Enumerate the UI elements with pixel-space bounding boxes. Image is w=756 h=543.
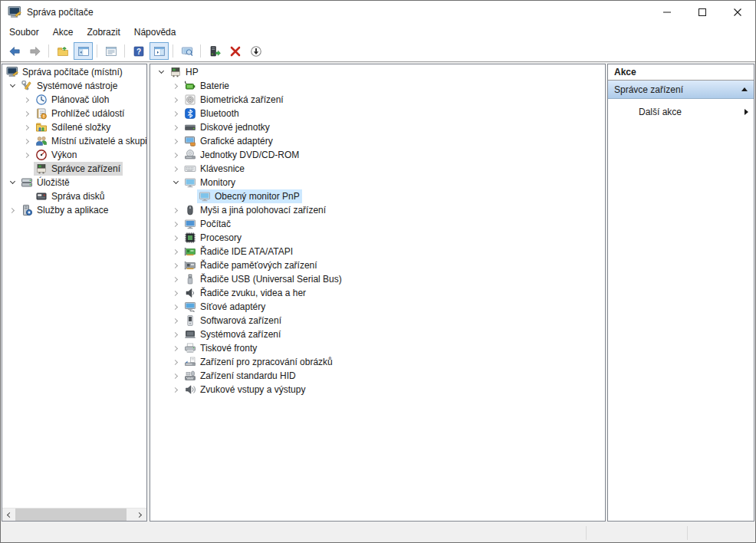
device-tree-item[interactable]: Bluetooth	[150, 107, 605, 120]
device-tree-item[interactable]: Zvukové vstupy a výstupy	[150, 383, 605, 397]
chevron-right-icon[interactable]	[169, 301, 182, 314]
device-tree-item[interactable]: Jednotky DVD/CD-ROM	[150, 148, 605, 162]
chevron-right-icon[interactable]	[169, 149, 182, 162]
toolbar-button-view-computer[interactable]	[177, 42, 196, 60]
device-tree-item[interactable]: Řadiče USB (Universal Serial Bus)	[150, 272, 605, 286]
toolbar-button-show-action-pane[interactable]	[150, 42, 169, 60]
chevron-down-icon[interactable]	[169, 176, 182, 189]
console-tree-item[interactable]: Systémové nástroje	[2, 79, 146, 93]
chevron-right-icon[interactable]	[169, 94, 182, 107]
minimize-button[interactable]	[649, 1, 685, 24]
toolbar-button-show-console-tree[interactable]	[74, 42, 93, 60]
tree-item-label: Prohlížeč událostí	[51, 107, 124, 120]
device-tree-item[interactable]: HP	[150, 65, 605, 79]
chevron-right-icon[interactable]	[169, 328, 182, 341]
chevron-right-icon[interactable]	[169, 218, 182, 231]
device-tree-item[interactable]: Řadiče IDE ATA/ATAPI	[150, 245, 605, 258]
console-tree-item[interactable]: Prohlížeč událostí	[2, 107, 146, 120]
device-tree-item[interactable]: Diskové jednotky	[150, 120, 605, 134]
chevron-right-icon[interactable]	[21, 121, 34, 134]
console-tree-item[interactable]: Správce zařízení	[2, 162, 146, 176]
chevron-down-icon[interactable]	[6, 80, 19, 93]
chevron-spacer	[21, 190, 34, 203]
menu-item-soubor[interactable]: Soubor	[2, 25, 46, 40]
storage-controller-icon	[184, 259, 196, 272]
chevron-down-icon[interactable]	[155, 66, 168, 79]
chevron-right-icon[interactable]	[169, 314, 182, 327]
device-tree-item[interactable]: Zařízení standardu HID	[150, 369, 605, 383]
chevron-right-icon[interactable]	[169, 135, 182, 148]
device-tree-item[interactable]: Grafické adaptéry	[150, 134, 605, 148]
device-tree-item[interactable]: Tiskové fronty	[150, 341, 605, 355]
device-tree-item[interactable]: Klávesnice	[150, 162, 605, 176]
chevron-up-icon[interactable]	[741, 87, 748, 91]
chevron-right-icon[interactable]	[169, 356, 182, 369]
toolbar-button-up-one-level[interactable]	[53, 42, 72, 60]
toolbar-button-scan-hardware-changes[interactable]	[205, 42, 224, 60]
chevron-right-icon[interactable]	[169, 370, 182, 383]
action-section-header[interactable]: Správce zařízení	[608, 81, 754, 99]
console-tree: Správa počítače (místní)Systémové nástro…	[2, 64, 146, 217]
chevron-right-icon[interactable]	[169, 204, 182, 217]
chevron-right-icon[interactable]	[169, 259, 182, 272]
console-tree-item[interactable]: Úložiště	[2, 176, 146, 189]
device-tree-item[interactable]: Systémová zařízení	[150, 327, 605, 341]
chevron-right-icon[interactable]	[21, 94, 34, 107]
device-tree-item[interactable]: Obecný monitor PnP	[150, 189, 605, 203]
scroll-thumb[interactable]	[15, 508, 127, 521]
device-tree-item[interactable]: Počítač	[150, 217, 605, 231]
toolbar-button-forward[interactable]	[25, 42, 44, 60]
device-tree-item[interactable]: Procesory	[150, 231, 605, 245]
chevron-right-icon[interactable]	[169, 232, 182, 245]
menu-item-akce[interactable]: Akce	[46, 25, 81, 40]
device-tree-item[interactable]: Zařízení pro zpracování obrázků	[150, 355, 605, 369]
chevron-right-icon[interactable]	[169, 80, 182, 93]
chevron-right-icon[interactable]	[21, 149, 34, 162]
device-tree-item[interactable]: Myši a jiná polohovací zařízení	[150, 203, 605, 217]
device-tree-item[interactable]: Monitory	[150, 176, 605, 189]
toolbar-button-back[interactable]	[5, 42, 24, 60]
console-tree-item[interactable]: Správa počítače (místní)	[2, 65, 146, 79]
chevron-right-icon[interactable]	[169, 163, 182, 176]
horizontal-scrollbar[interactable]	[2, 508, 146, 521]
toolbar-button-help[interactable]: ?	[129, 42, 148, 60]
scroll-right-button[interactable]	[133, 508, 146, 521]
device-tree-item[interactable]: Řadiče paměťových zařízení	[150, 258, 605, 272]
chevron-down-icon[interactable]	[6, 176, 19, 189]
close-button[interactable]	[720, 1, 755, 24]
console-tree-item[interactable]: Sdílené složky	[2, 120, 146, 134]
chevron-right-icon[interactable]	[169, 383, 182, 397]
chevron-right-icon[interactable]	[21, 135, 34, 148]
chevron-right-icon[interactable]	[169, 287, 182, 300]
chevron-right-icon[interactable]	[169, 121, 182, 134]
chevron-right-icon[interactable]	[169, 342, 182, 355]
tree-item-content: Biometrická zařízení	[182, 93, 286, 107]
console-tree-item[interactable]: Správa disků	[2, 189, 146, 203]
device-tree-item[interactable]: Biometrická zařízení	[150, 93, 605, 107]
console-tree-item[interactable]: Plánovač úloh	[2, 93, 146, 107]
action-item-dalsi-akce[interactable]: Další akce	[608, 104, 754, 120]
computer-management-icon	[6, 66, 18, 78]
device-tree-item[interactable]: Síťové adaptéry	[150, 300, 605, 314]
console-tree-item[interactable]: Služby a aplikace	[2, 203, 146, 217]
menu-item-napoveda[interactable]: Nápověda	[127, 25, 183, 40]
chevron-right-icon[interactable]	[21, 107, 34, 120]
console-tree-item[interactable]: Místní uživatelé a skupiny	[2, 134, 146, 148]
chevron-right-icon[interactable]	[169, 273, 182, 286]
tree-item-content: Diskové jednotky	[182, 120, 272, 134]
toolbar-button-disable-device[interactable]	[246, 42, 265, 60]
scroll-left-button[interactable]	[2, 508, 15, 521]
device-tree-item[interactable]: Řadiče zvuku, videa a her	[150, 286, 605, 300]
users-groups-icon	[35, 135, 48, 147]
device-tree-item[interactable]: Baterie	[150, 79, 605, 93]
console-tree-item[interactable]: Výkon	[2, 148, 146, 162]
menu-item-zobrazit[interactable]: Zobrazit	[80, 25, 127, 40]
maximize-button[interactable]	[685, 1, 720, 24]
toolbar-button-properties[interactable]	[101, 42, 120, 60]
toolbar-button-uninstall-device[interactable]	[225, 42, 245, 60]
chevron-right-icon[interactable]	[169, 245, 182, 258]
chevron-right-icon[interactable]	[6, 204, 19, 217]
device-tree-item[interactable]: Softwarová zařízení	[150, 314, 605, 327]
chevron-right-icon[interactable]	[169, 107, 182, 120]
device-manager-icon	[35, 163, 48, 175]
